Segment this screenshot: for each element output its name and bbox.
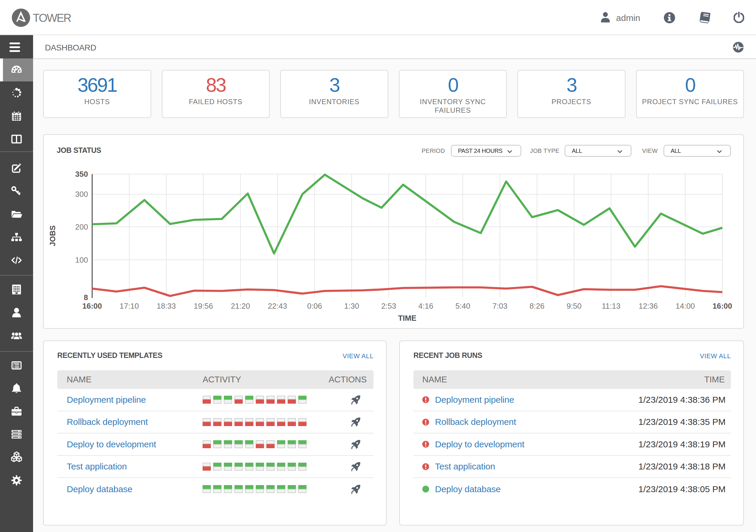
- svg-text:12:36: 12:36: [638, 302, 658, 310]
- svg-text:11:13: 11:13: [602, 302, 620, 310]
- svg-text:8: 8: [84, 293, 88, 302]
- svg-text:200: 200: [75, 222, 88, 231]
- svg-text:14:00: 14:00: [676, 302, 695, 310]
- svg-text:0:06: 0:06: [307, 302, 322, 310]
- svg-text:4:16: 4:16: [418, 302, 433, 310]
- svg-text:22:43: 22:43: [268, 302, 287, 310]
- svg-text:350: 350: [75, 170, 88, 179]
- svg-text:18:33: 18:33: [156, 302, 176, 310]
- svg-text:300: 300: [75, 190, 88, 199]
- svg-text:9:50: 9:50: [566, 302, 581, 310]
- svg-text:TIME: TIME: [398, 314, 417, 322]
- svg-text:2:53: 2:53: [381, 302, 396, 310]
- svg-text:17:10: 17:10: [120, 302, 139, 310]
- svg-text:7:03: 7:03: [492, 302, 507, 310]
- svg-text:JOBS: JOBS: [48, 225, 57, 246]
- svg-text:100: 100: [75, 256, 88, 265]
- svg-text:1:30: 1:30: [344, 302, 359, 310]
- svg-text:5:40: 5:40: [455, 302, 471, 310]
- svg-text:21:20: 21:20: [231, 302, 250, 310]
- svg-text:16:00: 16:00: [713, 302, 732, 310]
- svg-text:8:26: 8:26: [529, 302, 545, 310]
- svg-text:19:56: 19:56: [194, 302, 213, 310]
- svg-text:16:00: 16:00: [82, 302, 102, 310]
